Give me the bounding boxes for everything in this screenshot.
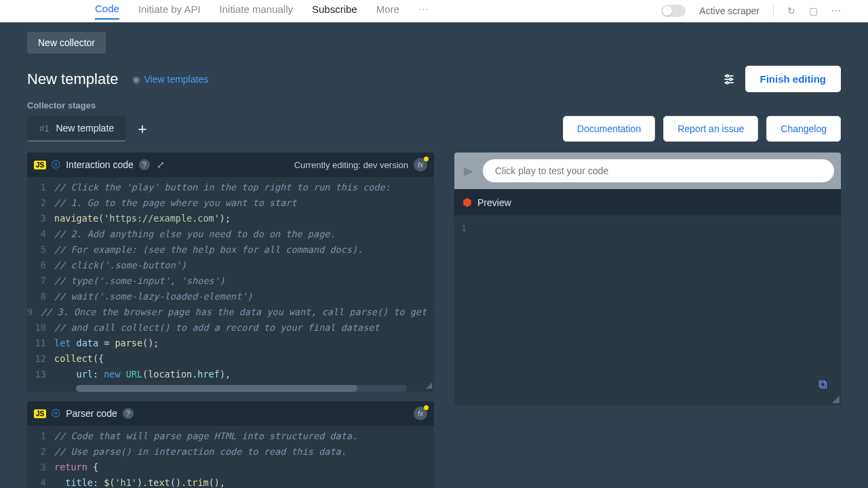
interaction-title: Interaction code bbox=[66, 159, 134, 170]
help-icon[interactable]: ? bbox=[123, 408, 134, 419]
code-line[interactable]: 3navigate('https://example.com'); bbox=[27, 211, 434, 226]
code-line[interactable]: 4 title: $('h1').text().trim(), bbox=[27, 475, 434, 488]
tab-subscribe[interactable]: Subscribe bbox=[312, 3, 357, 19]
active-scraper-toggle[interactable] bbox=[661, 5, 686, 17]
code-line[interactable]: 6// click('.some-button') bbox=[27, 258, 434, 273]
code-line[interactable]: 2// 1. Go to the page where you want to … bbox=[27, 195, 434, 211]
code-line[interactable]: 13 url: new URL(location.href), bbox=[27, 367, 434, 382]
editing-version-label: Currently editing: dev version bbox=[294, 160, 408, 170]
code-line[interactable]: 11let data = parse(); bbox=[27, 336, 434, 351]
view-templates-link[interactable]: ◉ View templates bbox=[132, 74, 209, 85]
collector-badge: New collector bbox=[27, 32, 106, 54]
report-issue-button[interactable]: Report an issue bbox=[663, 116, 758, 142]
tab-more[interactable]: More bbox=[376, 3, 399, 19]
compass-icon: ◉ bbox=[132, 74, 140, 85]
copy-icon[interactable]: ⧉ bbox=[818, 378, 827, 392]
js-badge-icon: JS bbox=[34, 161, 46, 169]
more-dots-icon[interactable]: ⋯ bbox=[418, 3, 429, 19]
jquery-icon: ⦾ bbox=[52, 407, 60, 420]
view-templates-label: View templates bbox=[144, 74, 209, 85]
comment-icon[interactable]: ▢ bbox=[809, 5, 818, 16]
play-button[interactable]: ▶ bbox=[461, 163, 476, 178]
resize-handle[interactable]: ◢ bbox=[426, 380, 432, 390]
expand-icon[interactable]: ⤢ bbox=[157, 159, 165, 170]
stage-name: New template bbox=[56, 123, 114, 134]
interaction-editor[interactable]: 1// Click the 'play' button in the top r… bbox=[27, 177, 434, 385]
jquery-icon: ⦾ bbox=[52, 159, 60, 171]
code-line[interactable]: 4// 2. Add anything else you need to do … bbox=[27, 226, 434, 242]
code-line[interactable]: 12collect({ bbox=[27, 351, 434, 367]
stages-label: Collector stages bbox=[0, 100, 868, 116]
code-line[interactable]: 5// For example: (see the help box for a… bbox=[27, 242, 434, 258]
tab-initiate-api[interactable]: Initiate by API bbox=[138, 3, 201, 19]
tab-code[interactable]: Code bbox=[95, 3, 119, 20]
svg-point-4 bbox=[729, 78, 731, 80]
code-line[interactable]: 1// Code that will parse page HTML into … bbox=[27, 428, 434, 444]
js-badge-icon: JS bbox=[34, 409, 46, 418]
code-line[interactable]: 2// Use parse() in interaction code to r… bbox=[27, 444, 434, 460]
resize-handle[interactable]: ◢ bbox=[832, 393, 840, 404]
preview-body: 1 ⧉ ◢ bbox=[454, 216, 841, 405]
documentation-button[interactable]: Documentation bbox=[563, 116, 655, 142]
page-title: New template bbox=[27, 70, 119, 88]
html5-icon: ⬢ bbox=[462, 196, 472, 209]
refresh-icon[interactable]: ↻ bbox=[787, 5, 795, 16]
play-input[interactable] bbox=[483, 159, 834, 182]
svg-point-5 bbox=[726, 81, 728, 83]
code-line[interactable]: 10// and call collect() to add a record … bbox=[27, 320, 434, 336]
parser-panel: JS ⦾ Parser code ? fx 1// Code that will… bbox=[27, 401, 434, 488]
code-line[interactable]: 8// wait('.some-lazy-loaded-element') bbox=[27, 289, 434, 304]
svg-point-3 bbox=[726, 75, 728, 77]
stage-pill[interactable]: #1 New template bbox=[27, 116, 126, 142]
parser-title: Parser code bbox=[66, 408, 117, 419]
fx-badge-icon[interactable]: fx bbox=[414, 407, 427, 420]
stage-number: #1 bbox=[39, 123, 49, 134]
play-bar: ▶ bbox=[454, 152, 841, 189]
preview-title: Preview bbox=[477, 197, 511, 208]
help-icon[interactable]: ? bbox=[139, 159, 150, 170]
settings-icon[interactable] bbox=[722, 73, 736, 86]
top-tabbar: Code Initiate by API Initiate manually S… bbox=[0, 0, 868, 22]
parser-editor[interactable]: 1// Code that will parse page HTML into … bbox=[27, 426, 434, 488]
preview-line-number: 1 bbox=[461, 223, 467, 233]
changelog-button[interactable]: Changelog bbox=[766, 116, 841, 142]
overflow-icon[interactable]: ⋯ bbox=[831, 5, 841, 16]
finish-editing-button[interactable]: Finish editing bbox=[745, 66, 842, 92]
tabs: Code Initiate by API Initiate manually S… bbox=[95, 3, 429, 20]
code-line[interactable]: 7// type('.some-input', 'shoes') bbox=[27, 273, 434, 289]
code-line[interactable]: 1// Click the 'play' button in the top r… bbox=[27, 180, 434, 195]
tab-initiate-manual[interactable]: Initiate manually bbox=[220, 3, 293, 19]
add-stage-button[interactable]: ＋ bbox=[134, 121, 151, 137]
code-line[interactable]: 3return { bbox=[27, 460, 434, 475]
scrollbar[interactable] bbox=[76, 385, 407, 392]
toggle-label: Active scraper bbox=[699, 5, 760, 16]
code-line[interactable]: 9// 3. Once the browser page has the dat… bbox=[27, 304, 434, 320]
fx-badge-icon[interactable]: fx bbox=[414, 158, 427, 171]
divider bbox=[773, 4, 774, 18]
interaction-panel: JS ⦾ Interaction code ? ⤢ Currently edit… bbox=[27, 152, 434, 392]
